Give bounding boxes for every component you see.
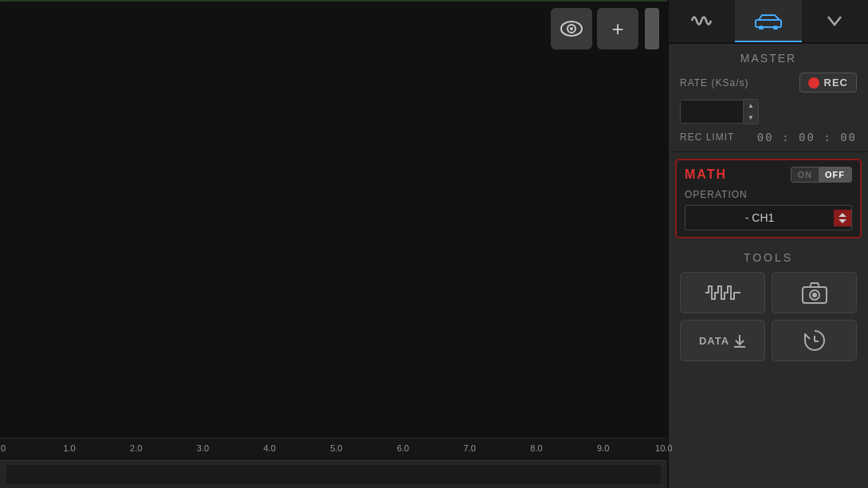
x-label-10: 10.0 bbox=[655, 443, 672, 453]
data-label: DATA bbox=[699, 335, 729, 347]
wave-generator-icon bbox=[704, 283, 742, 302]
history-button[interactable] bbox=[772, 320, 857, 361]
tab-chevron[interactable] bbox=[802, 0, 868, 42]
x-label-0: 0 bbox=[1, 443, 6, 453]
rec-indicator bbox=[808, 77, 819, 89]
plus-icon: + bbox=[611, 17, 623, 41]
rate-input-wrap: ▲ ▼ bbox=[680, 99, 857, 124]
operation-select[interactable]: - CH1 + CH1 × CH1 ÷ CH1 bbox=[685, 206, 834, 230]
rec-limit-value: 00 : 00 : 00 bbox=[757, 131, 857, 144]
rate-label: RATE (KSa/s) bbox=[680, 77, 748, 89]
svg-rect-3 bbox=[756, 20, 781, 27]
data-export-button[interactable]: DATA bbox=[680, 320, 765, 361]
toggle-on-button[interactable]: ON bbox=[791, 167, 819, 182]
operation-select-arrow bbox=[834, 210, 851, 226]
math-toggle: ON OFF bbox=[791, 167, 853, 183]
x-label-7: 7.0 bbox=[464, 443, 476, 453]
rate-spinners: ▲ ▼ bbox=[744, 99, 759, 124]
top-tabs bbox=[669, 0, 868, 44]
rec-label: REC bbox=[824, 77, 848, 89]
wave-generator-button[interactable] bbox=[680, 272, 765, 313]
tab-sine[interactable] bbox=[669, 0, 735, 42]
car-icon bbox=[752, 12, 784, 30]
camera-icon bbox=[801, 281, 828, 304]
master-title: master bbox=[680, 52, 857, 65]
operation-select-wrap: - CH1 + CH1 × CH1 ÷ CH1 bbox=[685, 205, 852, 230]
x-label-8: 8.0 bbox=[530, 443, 542, 453]
timeline-scroll[interactable] bbox=[6, 465, 661, 484]
x-label-4: 4.0 bbox=[263, 443, 275, 453]
arrow-up-icon bbox=[839, 213, 846, 217]
operation-label: OPERATION bbox=[685, 189, 852, 200]
rate-input[interactable] bbox=[680, 100, 744, 124]
right-panel: master RATE (KSa/s) REC ▲ ▼ REC LIMIT 00… bbox=[667, 0, 868, 488]
display-toolbar: + bbox=[551, 8, 659, 49]
add-channel-button[interactable]: + bbox=[597, 8, 638, 49]
x-label-9: 9.0 bbox=[597, 443, 609, 453]
rate-down-button[interactable]: ▼ bbox=[744, 112, 758, 124]
eye-icon bbox=[560, 21, 583, 37]
x-label-6: 6.0 bbox=[397, 443, 409, 453]
sine-wave-icon bbox=[690, 12, 714, 30]
math-header: MATH ON OFF bbox=[685, 167, 852, 183]
rec-limit-label: REC LIMIT bbox=[680, 132, 734, 143]
rec-limit-row: REC LIMIT 00 : 00 : 00 bbox=[680, 131, 857, 144]
arrow-down-icon bbox=[839, 219, 846, 223]
data-download-icon bbox=[733, 333, 746, 348]
svg-point-2 bbox=[570, 27, 573, 30]
svg-point-8 bbox=[812, 293, 817, 297]
rate-input-row: ▲ ▼ bbox=[680, 99, 857, 124]
math-section: MATH ON OFF OPERATION - CH1 + CH1 × CH1 … bbox=[675, 159, 862, 238]
x-label-3: 3.0 bbox=[197, 443, 209, 453]
svg-point-5 bbox=[773, 26, 778, 30]
rate-up-button[interactable]: ▲ bbox=[744, 100, 758, 112]
oscilloscope-display: + bbox=[0, 0, 667, 438]
x-axis-labels: 0 1.0 2.0 3.0 4.0 5.0 6.0 7.0 8.0 9.0 10… bbox=[0, 438, 667, 460]
x-label-5: 5.0 bbox=[330, 443, 342, 453]
svg-point-4 bbox=[759, 26, 764, 30]
tools-section: TOOLS DATA bbox=[669, 245, 868, 488]
oscilloscope-grid bbox=[0, 0, 667, 2]
tools-title: TOOLS bbox=[680, 251, 857, 264]
toggle-off-button[interactable]: OFF bbox=[819, 167, 851, 182]
history-icon bbox=[802, 328, 827, 353]
master-section: master RATE (KSa/s) REC ▲ ▼ REC LIMIT 00… bbox=[669, 44, 868, 152]
tools-grid: DATA bbox=[680, 272, 857, 361]
rate-row: RATE (KSa/s) REC bbox=[680, 73, 857, 92]
left-panel: + 0 1.0 2.0 3.0 4.0 5.0 6.0 7.0 8.0 9.0 … bbox=[0, 0, 667, 488]
rec-button[interactable]: REC bbox=[799, 73, 857, 92]
eye-button[interactable] bbox=[551, 8, 592, 49]
x-label-1: 1.0 bbox=[63, 443, 75, 453]
chevron-down-icon bbox=[825, 12, 844, 30]
math-title: MATH bbox=[685, 167, 727, 182]
x-label-2: 2.0 bbox=[130, 443, 142, 453]
timeline-bar bbox=[0, 460, 667, 488]
scroll-handle[interactable] bbox=[645, 8, 659, 49]
tab-car[interactable] bbox=[735, 0, 801, 42]
screenshot-button[interactable] bbox=[772, 272, 857, 313]
